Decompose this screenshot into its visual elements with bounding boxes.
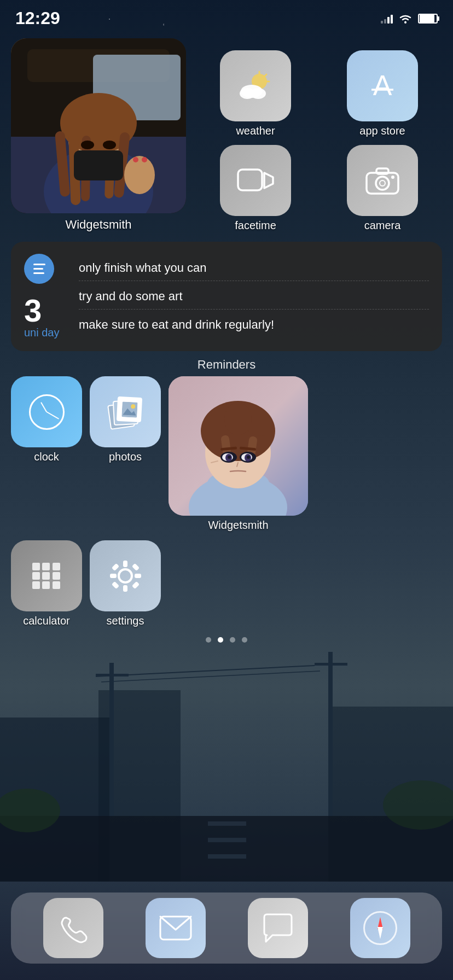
signal-bar-3 [387, 17, 390, 24]
appstore-icon-svg: A [363, 67, 402, 105]
settings-app[interactable]: settings [90, 540, 161, 627]
dot-2 [218, 637, 223, 643]
svg-point-67 [391, 176, 394, 179]
reminders-left: 3 uni day [24, 254, 68, 339]
reminders-widget[interactable]: 3 uni day only finish what you can try a… [11, 242, 442, 351]
anime-character-svg [169, 376, 308, 516]
reminders-icon [24, 254, 54, 284]
weather-icon-svg [236, 69, 275, 102]
svg-point-50 [133, 157, 138, 162]
svg-point-91 [247, 456, 250, 459]
svg-point-51 [142, 157, 147, 162]
calc-btn-9 [53, 581, 60, 589]
widgetsmith-label: Widgetsmith [11, 218, 186, 232]
mail-icon [159, 915, 193, 941]
anime-widgetsmith[interactable]: Widgetsmith [169, 376, 308, 532]
clock-label: clock [34, 451, 59, 463]
photos-app[interactable]: photos [90, 376, 161, 532]
svg-point-65 [380, 180, 385, 186]
camera-icon-svg [363, 164, 402, 197]
reminders-count: 3 [24, 295, 68, 326]
svg-point-58 [251, 88, 266, 99]
clock-minute-hand [47, 411, 60, 419]
clock-face [29, 394, 65, 430]
svg-point-47 [124, 156, 155, 194]
dock-safari[interactable] [350, 898, 410, 958]
dock-messages[interactable] [248, 898, 308, 958]
appstore-label: app store [359, 125, 405, 137]
calc-btn-2 [42, 563, 50, 570]
anime-widget-label: Widgetsmith [208, 519, 268, 532]
signal-bar-2 [384, 19, 386, 24]
calc-btn-8 [42, 581, 50, 589]
camera-label: camera [364, 219, 401, 232]
battery-fill [420, 15, 434, 22]
anime-bg [169, 376, 308, 516]
page-dots [11, 637, 442, 643]
camera-app[interactable]: camera [323, 145, 442, 232]
messages-icon [262, 912, 294, 944]
dock-phone[interactable] [43, 898, 103, 958]
clock-app[interactable]: clock [11, 376, 82, 532]
widgetsmith-widget[interactable]: Widgetsmith [11, 38, 186, 232]
signal-icon [381, 14, 393, 24]
svg-rect-44 [74, 150, 123, 180]
status-bar: 12:29 [0, 0, 453, 30]
row1-apps: Widgetsmith [11, 38, 442, 232]
weather-icon-bg [220, 50, 291, 121]
svg-marker-62 [264, 173, 273, 188]
reminders-title: Reminders [11, 358, 442, 372]
facetime-label: facetime [235, 219, 276, 232]
svg-point-79 [224, 402, 252, 435]
photos-label: photos [109, 451, 142, 463]
settings-icon-svg [108, 558, 143, 594]
dock [11, 892, 442, 964]
appstore-app[interactable]: A app store [323, 50, 442, 137]
facetime-icon-bg [220, 145, 291, 216]
dock-mail[interactable] [146, 898, 206, 958]
car-interior [11, 38, 186, 213]
photos-mountain-icon [121, 401, 137, 417]
camera-icon-bg [347, 145, 418, 216]
facetime-app[interactable]: facetime [196, 145, 315, 232]
photo-card-3 [117, 396, 142, 422]
calc-btn-6 [53, 572, 60, 580]
svg-rect-96 [123, 585, 127, 592]
calculator-app[interactable]: calculator [11, 540, 82, 627]
appstore-icon-bg: A [347, 50, 418, 121]
phone-icon [58, 913, 88, 943]
calculator-label: calculator [23, 615, 70, 627]
dot-3 [230, 637, 235, 643]
app-row-3: calculator settings [11, 540, 442, 627]
right-app-grid: weather A app store [196, 50, 442, 232]
svg-point-45 [81, 141, 94, 149]
dot-4 [242, 637, 247, 643]
wifi-icon [398, 13, 413, 24]
svg-point-29 [404, 21, 406, 24]
list-line-1 [33, 264, 45, 265]
clock-icon-bg [11, 376, 82, 447]
list-line-3 [33, 272, 44, 274]
photos-icon-bg [90, 376, 161, 447]
list-line-2 [33, 268, 43, 270]
weather-label: weather [236, 125, 275, 137]
settings-icon-bg [90, 540, 161, 611]
svg-rect-101 [111, 581, 119, 588]
settings-label: settings [107, 615, 144, 627]
facetime-icon-svg [236, 165, 275, 196]
list-icon [28, 258, 51, 279]
svg-line-54 [264, 74, 266, 77]
svg-point-64 [376, 177, 389, 190]
home-content: Widgetsmith [0, 33, 453, 980]
svg-rect-99 [111, 563, 119, 570]
svg-rect-66 [376, 168, 388, 174]
svg-rect-100 [131, 563, 139, 570]
status-icons [381, 13, 438, 24]
signal-bar-1 [381, 21, 383, 24]
reminder-item-2: try and do some art [79, 284, 429, 310]
reminders-day-label: uni day [24, 326, 68, 339]
status-time: 12:29 [15, 8, 60, 28]
signal-bar-4 [391, 15, 393, 24]
svg-rect-95 [123, 561, 127, 567]
weather-app[interactable]: weather [196, 50, 315, 137]
